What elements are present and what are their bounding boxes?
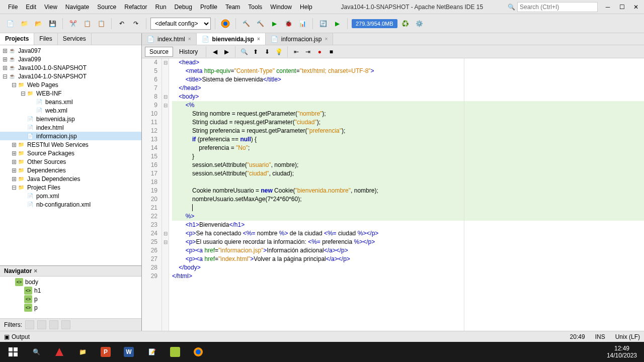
- taskbar-app-2[interactable]: 📝: [141, 343, 163, 361]
- source-view-button[interactable]: Source: [145, 47, 173, 57]
- tree-item[interactable]: ⊟📁Web Pages: [0, 80, 141, 89]
- firefox-taskbar-button[interactable]: [187, 343, 209, 361]
- powerpoint-button[interactable]: P: [95, 343, 117, 361]
- projects-tab[interactable]: Projects: [0, 33, 34, 45]
- menu-tools[interactable]: Tools: [244, 2, 266, 13]
- menu-refactor[interactable]: Refactor: [120, 2, 151, 13]
- global-search-input[interactable]: [517, 2, 598, 12]
- back-icon[interactable]: ◀: [210, 47, 220, 57]
- find-selection-icon[interactable]: 🔍: [239, 47, 249, 57]
- tree-item[interactable]: ⊟☕Java104-1.0-SNAPSHOT: [0, 72, 141, 80]
- tree-item[interactable]: ⊞☕Java100-1.0-SNAPSHOT: [0, 63, 141, 72]
- navigator-close-icon[interactable]: ×: [34, 267, 37, 275]
- new-file-button[interactable]: 📄: [4, 18, 16, 30]
- tree-item[interactable]: ⊟📁WEB-INF: [0, 89, 141, 98]
- nav-item[interactable]: <>h1: [0, 286, 141, 295]
- menu-file[interactable]: File: [4, 2, 22, 13]
- reload-button[interactable]: 🔄: [317, 18, 329, 30]
- tree-item[interactable]: ⊞📁Java Dependencies: [0, 174, 141, 183]
- code-editor[interactable]: 4567891011121314151617181920212223242526…: [142, 58, 644, 331]
- nav-item[interactable]: <>body: [0, 278, 141, 286]
- toggle-highlight-icon[interactable]: 💡: [274, 47, 284, 57]
- menu-profile[interactable]: Profile: [196, 2, 221, 13]
- menu-navigate[interactable]: Navigate: [61, 2, 93, 13]
- memory-indicator[interactable]: 279.3/954.0MB: [352, 19, 397, 28]
- tab-close-icon[interactable]: ×: [257, 36, 260, 42]
- taskbar-app-1[interactable]: [48, 343, 70, 361]
- tab-close-icon[interactable]: ×: [325, 36, 328, 42]
- save-all-button[interactable]: 💾: [46, 18, 58, 30]
- debug-button[interactable]: 🐞: [282, 18, 294, 30]
- search-taskbar-button[interactable]: 🔍: [25, 343, 47, 361]
- tree-item[interactable]: ⊞📁Source Packages: [0, 149, 141, 157]
- menu-view[interactable]: View: [40, 2, 61, 13]
- tree-item[interactable]: ⊞☕Java097: [0, 46, 141, 55]
- netbeans-taskbar-button[interactable]: [164, 343, 186, 361]
- menu-team[interactable]: Team: [221, 2, 244, 13]
- tree-item[interactable]: 📄nb-configuration.xml: [0, 200, 141, 209]
- maximize-button[interactable]: ☐: [618, 3, 626, 11]
- tree-item[interactable]: 📄beans.xml: [0, 98, 141, 106]
- shift-left-icon[interactable]: ⇤: [291, 47, 301, 57]
- menu-window[interactable]: Window: [266, 2, 296, 13]
- minimize-button[interactable]: ─: [604, 3, 612, 11]
- editor-tab[interactable]: 📄informacion.jsp×: [266, 33, 334, 45]
- tree-item[interactable]: ⊞☕Java099: [0, 55, 141, 63]
- filter-button-2[interactable]: [37, 320, 46, 329]
- undo-button[interactable]: ↶: [116, 18, 128, 30]
- browser-icon[interactable]: [219, 18, 231, 30]
- menu-help[interactable]: Help: [296, 2, 316, 13]
- tree-item[interactable]: ⊞📁Dependencies: [0, 166, 141, 174]
- menu-debug[interactable]: Debug: [171, 2, 196, 13]
- run-main-button[interactable]: ▶: [331, 18, 343, 30]
- filter-button-1[interactable]: [25, 320, 34, 329]
- tree-item[interactable]: 📄bienvenida.jsp: [0, 115, 141, 123]
- find-next-icon[interactable]: ⬇: [262, 47, 272, 57]
- gc-button[interactable]: ♻️: [399, 18, 412, 30]
- word-button[interactable]: W: [118, 343, 140, 361]
- menu-run[interactable]: Run: [151, 2, 171, 13]
- tree-item[interactable]: 📄index.html: [0, 123, 141, 132]
- tree-item[interactable]: ⊟📁Project Files: [0, 183, 141, 192]
- menu-source[interactable]: Source: [93, 2, 120, 13]
- macro-rec-icon[interactable]: ●: [314, 47, 325, 57]
- tree-item[interactable]: 📄web.xml: [0, 106, 141, 115]
- tree-item[interactable]: 📄informacion.jsp: [0, 132, 141, 140]
- copy-button[interactable]: 📋: [81, 18, 93, 30]
- shift-right-icon[interactable]: ⇥: [303, 47, 313, 57]
- history-view-button[interactable]: History: [175, 47, 202, 57]
- start-button[interactable]: [2, 343, 24, 361]
- cut-button[interactable]: ✂️: [67, 18, 79, 30]
- tab-close-icon[interactable]: ×: [188, 36, 191, 42]
- config-select[interactable]: <default config>: [150, 18, 211, 30]
- insert-mode[interactable]: INS: [595, 333, 605, 340]
- find-prev-icon[interactable]: ⬆: [251, 47, 261, 57]
- filter-button-3[interactable]: [49, 320, 58, 329]
- profile-button[interactable]: 📊: [296, 18, 308, 30]
- close-button[interactable]: ✕: [632, 3, 640, 11]
- nav-item[interactable]: <>p: [0, 303, 141, 312]
- filter-button-4[interactable]: [61, 320, 70, 329]
- files-tab[interactable]: Files: [34, 33, 57, 45]
- menu-edit[interactable]: Edit: [22, 2, 40, 13]
- file-explorer-button[interactable]: 📁: [71, 343, 94, 361]
- run-button[interactable]: ▶: [268, 18, 280, 30]
- navigator-tree[interactable]: <>body<>h1<>p<>p: [0, 277, 141, 318]
- tree-item[interactable]: 📄pom.xml: [0, 192, 141, 200]
- clean-build-button[interactable]: 🔨: [254, 18, 266, 30]
- system-clock[interactable]: 12:49 14/10/2023: [607, 345, 642, 359]
- open-button[interactable]: 📂: [32, 18, 44, 30]
- new-project-button[interactable]: 📁: [18, 18, 30, 30]
- editor-tab[interactable]: 📄bienvenida.jsp×: [197, 33, 266, 45]
- macro-stop-icon[interactable]: ■: [326, 47, 336, 57]
- redo-button[interactable]: ↷: [130, 18, 142, 30]
- editor-tab[interactable]: 📄index.html×: [142, 33, 197, 45]
- tree-item[interactable]: ⊞📁Other Sources: [0, 157, 141, 166]
- profiler-attach-button[interactable]: ⚙️: [414, 18, 426, 30]
- paste-button[interactable]: 📋: [95, 18, 107, 30]
- services-tab[interactable]: Services: [58, 33, 92, 45]
- nav-item[interactable]: <>p: [0, 295, 141, 303]
- tree-item[interactable]: ⊞📁RESTful Web Services: [0, 140, 141, 149]
- output-tab[interactable]: ▣ Output: [4, 333, 30, 340]
- project-tree[interactable]: ⊞☕Java097⊞☕Java099⊞☕Java100-1.0-SNAPSHOT…: [0, 45, 141, 265]
